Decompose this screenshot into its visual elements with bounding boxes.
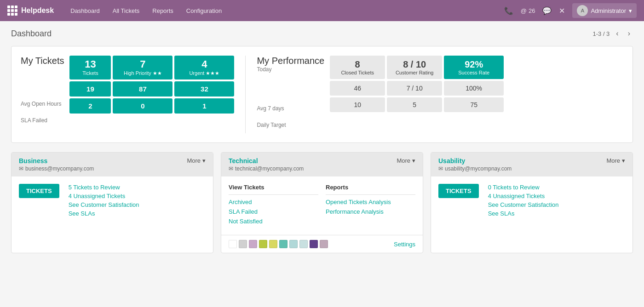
closed-tickets-num: 8	[334, 59, 381, 70]
usability-card-links: 0 Tickets to Review 4 Unassigned Tickets…	[488, 184, 559, 217]
closed-tickets-lbl: Closed Tickets	[334, 70, 381, 75]
business-card-title: Business	[19, 157, 94, 165]
badge-count: 26	[529, 7, 535, 14]
chevron-down-icon: ▾	[622, 157, 625, 164]
pagination-next[interactable]: ›	[625, 28, 633, 39]
pagination: 1-3 / 3 ‹ ›	[592, 28, 633, 39]
sla-failed-link[interactable]: SLA Failed	[229, 208, 318, 215]
urgent-col-header: 4 Urgent ★★★	[174, 56, 234, 80]
sla-failed-label: SLA Failed	[21, 112, 64, 129]
swatch-purple[interactable]	[310, 240, 318, 248]
customer-rating-lbl: Customer Rating	[391, 70, 438, 75]
notification-badge[interactable]: @ 26	[521, 7, 535, 14]
technical-card-email: ✉ technical@mycompany.com	[229, 165, 304, 172]
chevron-down-icon: ▾	[629, 7, 632, 14]
technical-more-button[interactable]: More ▾	[397, 157, 415, 164]
avg-hours-urgent: 32	[174, 81, 234, 97]
usability-tickets-button[interactable]: TICKETS	[438, 184, 479, 198]
swatch-lightblue[interactable]	[289, 240, 298, 248]
admin-menu[interactable]: A Administrator ▾	[572, 3, 637, 18]
tickets-col-label: Tickets	[73, 70, 107, 76]
avg7-label: Avg 7 days	[257, 100, 324, 117]
usability-card-header: Usability ✉ usability@mycompnay.com More…	[431, 153, 632, 176]
avg7-success: 100%	[444, 81, 504, 96]
color-swatches	[229, 240, 328, 248]
target-label: Daily Target	[257, 117, 324, 133]
menu-dashboard[interactable]: Dashboard	[65, 5, 105, 17]
vertical-divider	[245, 56, 246, 133]
closed-tickets-header: 8 Closed Tickets	[330, 56, 385, 79]
target-rating: 5	[387, 97, 442, 112]
view-tickets-col: View Tickets Archived SLA Failed Not Sat…	[229, 184, 318, 227]
page-title: Dashboard	[11, 29, 52, 39]
usability-slas-link[interactable]: See SLAs	[488, 210, 559, 217]
usability-unassigned-link[interactable]: 4 Unassigned Tickets	[488, 193, 559, 199]
menu-all-tickets[interactable]: All Tickets	[107, 5, 145, 17]
chevron-down-icon: ▾	[412, 157, 415, 164]
avg-open-hours-label: Avg Open Hours	[21, 96, 64, 112]
business-card-header: Business ✉ business@mycompany.com More ▾	[12, 153, 213, 176]
grid-icon	[7, 6, 17, 16]
business-tickets-button[interactable]: TICKETS	[19, 184, 59, 198]
high-priority-label: High Priority ★★	[116, 70, 169, 76]
business-card-links: 5 Tickets to Review 4 Unassigned Tickets…	[69, 184, 139, 217]
close-icon[interactable]: ✕	[559, 6, 565, 15]
sla-failed-high-priority: 0	[113, 98, 172, 114]
stats-section: My Tickets Avg Open Hours SLA Failed 13 …	[11, 46, 633, 143]
top-menu: Dashboard All Tickets Reports Configurat…	[65, 5, 504, 17]
swatch-yellow[interactable]	[269, 240, 277, 248]
technical-card: Technical ✉ technical@mycompany.com More…	[221, 152, 423, 253]
my-tickets-block: My Tickets Avg Open Hours SLA Failed 13 …	[21, 56, 234, 133]
swatch-teal[interactable]	[279, 240, 288, 248]
settings-link[interactable]: Settings	[394, 241, 415, 248]
business-satisfaction-link[interactable]: See Customer Satisfaction	[69, 201, 139, 208]
usability-card-title: Usability	[438, 157, 512, 165]
technical-card-title: Technical	[229, 157, 304, 165]
business-unassigned-link[interactable]: 4 Unassigned Tickets	[69, 193, 139, 199]
performance-labels: My Performance Today Avg 7 days Daily Ta…	[257, 56, 324, 133]
menu-reports[interactable]: Reports	[147, 5, 179, 17]
app-logo[interactable]: Helpdesk	[7, 6, 54, 16]
usability-tickets-review-link[interactable]: 0 Tickets to Review	[488, 184, 559, 191]
usability-card-body: TICKETS 0 Tickets to Review 4 Unassigned…	[431, 176, 632, 224]
business-card: Business ✉ business@mycompany.com More ▾…	[11, 152, 213, 253]
opened-tickets-analysis-link[interactable]: Opened Tickets Analysis	[326, 199, 415, 205]
avatar: A	[577, 5, 588, 16]
performance-grid: 8 Closed Tickets 8 / 10 Customer Rating …	[330, 56, 504, 112]
business-slas-link[interactable]: See SLAs	[69, 210, 139, 217]
business-more-button[interactable]: More ▾	[187, 157, 206, 164]
swatch-white[interactable]	[229, 240, 237, 248]
swatch-paleblue[interactable]	[299, 240, 308, 248]
target-success: 75	[444, 97, 504, 112]
avg7-rating: 7 / 10	[387, 81, 442, 96]
pagination-prev[interactable]: ‹	[613, 28, 621, 39]
technical-card-info: Technical ✉ technical@mycompany.com	[229, 157, 304, 172]
topnav-right: 📞 @ 26 💬 ✕ A Administrator ▾	[504, 3, 637, 18]
success-rate-lbl: Success Rate	[448, 70, 500, 75]
email-icon: ✉	[19, 165, 23, 172]
archived-link[interactable]: Archived	[229, 199, 318, 205]
page-header: Dashboard 1-3 / 3 ‹ ›	[11, 28, 633, 39]
app-name: Helpdesk	[21, 6, 54, 15]
success-rate-header: 92% Success Rate	[444, 56, 504, 79]
email-icon: ✉	[229, 165, 233, 172]
customer-rating-header: 8 / 10 Customer Rating	[387, 56, 442, 79]
tickets-col-header: 13 Tickets	[69, 56, 111, 80]
swatch-mauve[interactable]	[320, 240, 328, 248]
performance-title: My Performance	[257, 56, 324, 66]
business-card-info: Business ✉ business@mycompany.com	[19, 157, 94, 172]
usability-more-button[interactable]: More ▾	[606, 157, 625, 164]
email-icon: ✉	[438, 165, 443, 172]
business-tickets-review-link[interactable]: 5 Tickets to Review	[69, 184, 139, 191]
usability-card-info: Usability ✉ usability@mycompnay.com	[438, 157, 512, 172]
tickets-count: 13	[73, 58, 107, 70]
swatch-lavender[interactable]	[249, 240, 257, 248]
performance-analysis-link[interactable]: Performance Analysis	[326, 208, 415, 215]
phone-icon[interactable]: 📞	[504, 6, 513, 15]
not-satisfied-link[interactable]: Not Satisfied	[229, 218, 318, 225]
chat-icon[interactable]: 💬	[542, 6, 552, 15]
swatch-olive[interactable]	[259, 240, 267, 248]
usability-satisfaction-link[interactable]: See Customer Satisfaction	[488, 201, 559, 208]
swatch-lightgray[interactable]	[239, 240, 247, 248]
menu-configuration[interactable]: Configuration	[181, 5, 227, 17]
